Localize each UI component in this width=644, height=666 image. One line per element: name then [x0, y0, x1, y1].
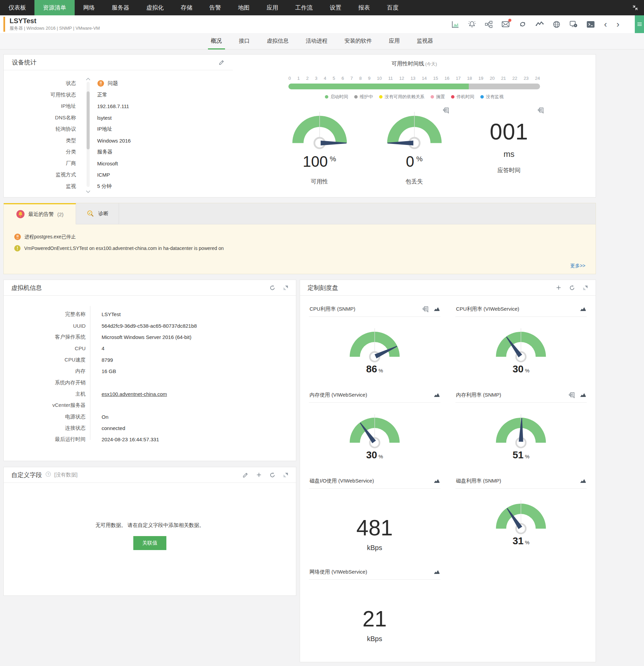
report-icon[interactable] — [422, 306, 429, 312]
window-collapse-button[interactable] — [627, 0, 644, 15]
svg-text:?: ? — [47, 473, 49, 476]
nav-item-label: 应用 — [267, 4, 278, 12]
chevron-down-icon[interactable] — [86, 190, 90, 193]
expand-icon[interactable] — [283, 285, 288, 291]
expand-icon[interactable] — [283, 472, 288, 478]
area-chart-icon[interactable] — [580, 393, 586, 397]
dial-value: 481 — [309, 515, 440, 541]
scale-tick: 21 — [501, 76, 506, 81]
next-icon[interactable]: › — [616, 21, 620, 28]
traffic-icon-button[interactable] — [535, 20, 544, 29]
plus-icon[interactable] — [556, 285, 561, 291]
nav-item-4[interactable]: 虚拟化 — [138, 0, 172, 15]
area-chart-icon[interactable] — [434, 393, 440, 397]
gauge-可用性: 100% 可用性 — [280, 109, 359, 186]
tab-活动进程[interactable]: 活动进程 — [305, 38, 329, 49]
mail-icon-button[interactable] — [501, 20, 510, 29]
nav-item-9[interactable]: 工作流 — [287, 0, 321, 15]
device-stats-title: 设备统计 — [12, 58, 36, 66]
expand-icon[interactable] — [583, 285, 588, 291]
alert-item[interactable]: 进程postgres.exe已停止 — [14, 233, 585, 240]
tab-应用[interactable]: 应用 — [388, 38, 401, 49]
tab-概况[interactable]: 概况 — [210, 38, 223, 49]
dial-card: 磁盘利用率 (SNMP) 31% — [455, 478, 587, 552]
dial-title: 磁盘利用率 (SNMP) — [456, 478, 501, 484]
dependency-icon-button[interactable] — [484, 20, 493, 29]
scale-tick: 0 — [288, 76, 291, 81]
stat-row: IP地址 192.168.7.111 — [4, 101, 233, 112]
alarm-bell-icon-button[interactable] — [468, 20, 476, 29]
associate-values-button[interactable]: 关联值 — [133, 536, 166, 550]
availability-bar[interactable] — [288, 84, 540, 89]
tab-接口[interactable]: 接口 — [238, 38, 251, 49]
tab-虚拟信息[interactable]: 虚拟信息 — [266, 38, 290, 49]
edit-icon[interactable] — [219, 59, 225, 65]
vm-info-row: UUID 564d2fc9-36d9-c538-ac65-80737dc821b… — [4, 320, 296, 331]
nav-item-8[interactable]: 应用 — [258, 0, 287, 15]
tab-安装的软件[interactable]: 安装的软件 — [344, 38, 373, 49]
vm-info-label: 客户操作系统 — [4, 334, 86, 340]
terminal-icon-button[interactable] — [586, 20, 595, 29]
performance-chart-icon-button[interactable] — [451, 20, 460, 29]
nav-item-5[interactable]: 存储 — [172, 0, 201, 15]
area-chart-icon[interactable] — [580, 307, 586, 311]
chevron-up-icon[interactable] — [86, 78, 90, 80]
edit-icon[interactable] — [242, 472, 249, 478]
nav-item-1[interactable]: 资源清单 — [34, 0, 75, 15]
vm-info-value: 4 — [102, 345, 296, 351]
dial-title: 网络使用 (VIWebService) — [310, 569, 367, 575]
scale-tick: 7 — [350, 76, 353, 81]
nav-item-6[interactable]: 告警 — [201, 0, 229, 15]
notification-dot — [508, 19, 511, 22]
alert-item[interactable]: VmPoweredOnEvent:LSYTest on esx100.adven… — [14, 245, 585, 252]
menu-button[interactable] — [635, 15, 644, 33]
gauge-value: 100% — [280, 153, 359, 170]
question-icon[interactable]: ? — [45, 471, 51, 477]
vm-info-value: 8799 — [102, 357, 296, 363]
area-chart-icon[interactable] — [434, 307, 440, 311]
stat-row: 类型 Windows 2016 — [4, 135, 233, 147]
globe-icon-button[interactable] — [552, 20, 561, 29]
nav-item-12[interactable]: 百度 — [378, 0, 407, 15]
rediscover-icon-button[interactable] — [518, 20, 527, 29]
scrollbar-thumb[interactable] — [87, 91, 90, 149]
nav-item-2[interactable]: 网络 — [75, 0, 103, 15]
stat-value: 问题 — [97, 80, 233, 87]
alert-bell-badge-icon — [16, 210, 25, 219]
tab-监视器[interactable]: 监视器 — [416, 38, 434, 49]
refresh-icon[interactable] — [269, 285, 275, 291]
timeline-subtitle: (今天) — [425, 61, 437, 66]
nav-item-11[interactable]: 报表 — [350, 0, 378, 15]
status-stripe — [3, 17, 5, 32]
plus-icon[interactable] — [256, 472, 262, 478]
area-chart-icon[interactable] — [434, 570, 440, 574]
vm-info-label: 系统内存开销 — [4, 380, 86, 386]
gauge-caption: 包丢失 — [375, 178, 453, 186]
metric-caption: 应答时间 — [470, 166, 548, 174]
vm-host-link[interactable]: esx100.adventnet-china.com — [102, 391, 296, 397]
area-chart-icon[interactable] — [434, 479, 440, 483]
prev-icon[interactable]: ‹ — [603, 21, 608, 28]
legend-dot — [480, 95, 484, 99]
area-chart-icon[interactable] — [580, 479, 586, 483]
report-icon[interactable] — [569, 392, 575, 398]
nav-item-7[interactable]: 地图 — [229, 0, 258, 15]
nav-item-0[interactable]: 仪表板 — [0, 0, 34, 15]
stat-label: 厂商 — [4, 160, 76, 167]
alerts-tab-0[interactable]: 最近的告警(2) — [4, 203, 76, 224]
scale-tick: 11 — [388, 76, 393, 81]
nav-item-3[interactable]: 服务器 — [103, 0, 138, 15]
refresh-icon[interactable] — [269, 472, 275, 478]
report-icon[interactable] — [538, 107, 544, 114]
metric-unit: ms — [470, 149, 548, 159]
stats-scrollbar[interactable] — [87, 82, 90, 187]
remote-control-icon-button[interactable] — [569, 20, 578, 29]
stat-row: 监视方式 ICMP — [4, 169, 233, 181]
alerts-tab-1[interactable]: 诊断 — [76, 203, 119, 224]
nav-item-10[interactable]: 设置 — [321, 0, 350, 15]
report-icon[interactable] — [443, 107, 449, 114]
stat-value: ICMP — [97, 172, 233, 178]
more-alerts-link[interactable]: 更多>> — [570, 263, 585, 269]
dial-value: 30% — [309, 449, 440, 461]
refresh-icon[interactable] — [569, 285, 575, 291]
